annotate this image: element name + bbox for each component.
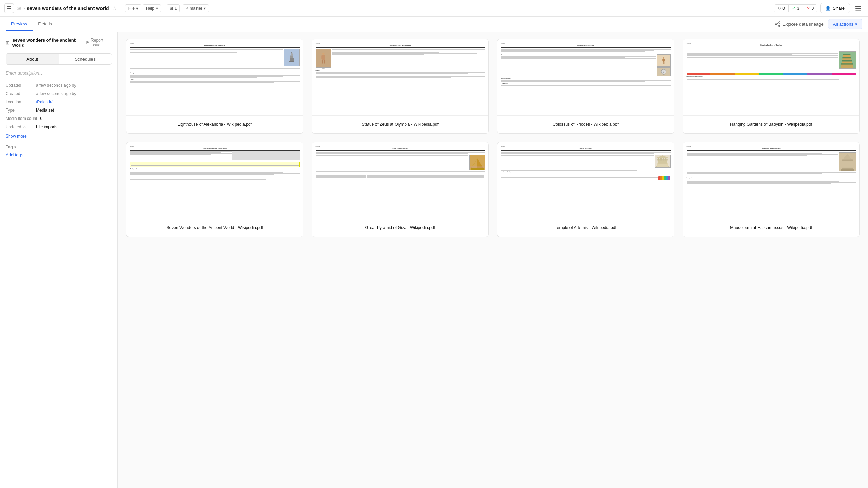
workspace-num: 1 xyxy=(175,6,177,11)
sidebar-dataset-icon: ⊞ xyxy=(6,40,10,45)
svg-rect-19 xyxy=(324,55,325,59)
file-menu[interactable]: File ▾ xyxy=(125,4,141,12)
about-schedules-tabs: About Schedules xyxy=(6,53,112,65)
card-thumb-hanging: Wikipedia Hanging Gardens of Babylon xyxy=(683,39,860,115)
svg-rect-26 xyxy=(663,62,663,64)
card-label-lighthouse: Lighthouse of Alexandria - Wikipedia.pdf xyxy=(126,115,303,133)
card-mausoleum[interactable]: Wikipedia Mausoleum at Halicarnassus xyxy=(683,142,860,237)
svg-rect-53 xyxy=(843,161,852,168)
card-label-mausoleum: Mausoleum at Halicarnassus - Wikipedia.p… xyxy=(683,219,860,237)
svg-rect-21 xyxy=(324,60,325,64)
card-colossus[interactable]: Wikipedia Colossus of Rhodes History xyxy=(497,39,674,134)
svg-rect-27 xyxy=(664,62,664,64)
breadcrumb-arrow: › xyxy=(23,6,25,11)
star-icon[interactable]: ☆ xyxy=(113,6,117,11)
all-actions-label: All actions xyxy=(833,21,853,27)
status-check[interactable]: ✓ 3 xyxy=(789,5,803,12)
content-area: Wikipedia Lighthouse of Alexandria xyxy=(118,32,868,488)
refresh-icon: ↻ xyxy=(778,6,781,11)
svg-rect-3 xyxy=(855,6,861,7)
card-zeus[interactable]: Wikipedia Statue of Zeus at Olympia xyxy=(312,39,489,134)
description-input[interactable]: Enter description… xyxy=(6,70,112,76)
show-more-button[interactable]: Show more xyxy=(6,134,112,139)
status-x[interactable]: ✕ 0 xyxy=(803,5,817,12)
card-lighthouse[interactable]: Wikipedia Lighthouse of Alexandria xyxy=(126,39,303,134)
meta-type: Type Media set xyxy=(6,106,112,114)
tab-details[interactable]: Details xyxy=(33,17,57,31)
branch-icon: ⑂ xyxy=(186,6,188,11)
explore-lineage-button[interactable]: Explore data lineage xyxy=(775,21,824,27)
svg-rect-55 xyxy=(841,169,854,171)
svg-rect-48 xyxy=(663,158,664,160)
svg-point-8 xyxy=(779,25,780,27)
tags-section: Tags Add tags xyxy=(6,144,112,157)
card-thumb-zeus: Wikipedia Statue of Zeus at Olympia xyxy=(312,39,489,115)
all-actions-chevron: ▾ xyxy=(855,21,857,27)
svg-rect-25 xyxy=(664,59,665,61)
svg-rect-46 xyxy=(658,158,659,160)
svg-rect-43 xyxy=(657,163,668,167)
workspace-icon: ⊞ xyxy=(170,6,173,11)
svg-rect-14 xyxy=(290,58,294,61)
svg-rect-54 xyxy=(842,168,852,169)
workspace-btn[interactable]: ⊞ 1 xyxy=(167,4,180,12)
about-tab[interactable]: About xyxy=(6,54,59,64)
branch-chevron: ▾ xyxy=(204,6,206,11)
sidebar-toggle[interactable] xyxy=(4,3,14,13)
schedules-tab[interactable]: Schedules xyxy=(59,54,112,64)
card-seven-wonders[interactable]: Wikipedia Seven Wonders of the Ancient W… xyxy=(126,142,303,237)
add-tags-button[interactable]: Add tags xyxy=(6,152,112,157)
meta-created: Created a few seconds ago by xyxy=(6,89,112,98)
location-link[interactable]: /Palantir/ xyxy=(36,99,52,104)
svg-rect-11 xyxy=(291,52,292,54)
status-refresh-count: 0 xyxy=(782,6,785,11)
svg-rect-35 xyxy=(842,60,852,61)
main-layout: ⊞ seven wonders of the ancient world ⚑ R… xyxy=(0,32,868,488)
report-issue-button[interactable]: ⚑ Report issue xyxy=(86,38,112,47)
help-menu[interactable]: Help ▾ xyxy=(143,4,161,12)
status-x-count: 0 xyxy=(812,6,814,11)
svg-rect-47 xyxy=(660,158,662,160)
svg-rect-15 xyxy=(289,61,294,62)
card-hanging[interactable]: Wikipedia Hanging Gardens of Babylon xyxy=(683,39,860,134)
check-icon: ✓ xyxy=(792,6,796,11)
svg-rect-49 xyxy=(665,158,666,160)
meta-media-count: Media item count 0 xyxy=(6,114,112,123)
card-thumb-artemis: Wikipedia Temple of Artemis xyxy=(497,142,674,219)
branch-name: master xyxy=(189,6,202,11)
sub-header: Preview Details Explore data lineage All… xyxy=(0,17,868,32)
card-label-hanging: Hanging Gardens of Babylon - Wikipedia.p… xyxy=(683,115,860,133)
tab-preview[interactable]: Preview xyxy=(6,17,33,31)
explore-lineage-label: Explore data lineage xyxy=(782,21,824,27)
card-pyramid[interactable]: Wikipedia Great Pyramid of Giza xyxy=(312,142,489,237)
media-grid: Wikipedia Lighthouse of Alexandria xyxy=(126,39,860,237)
svg-rect-20 xyxy=(322,60,323,64)
card-label-pyramid: Great Pyramid of Giza - Wikipedia.pdf xyxy=(312,219,489,237)
all-actions-button[interactable]: All actions ▾ xyxy=(828,19,862,29)
share-label: Share xyxy=(833,6,845,11)
app-menu-icon[interactable] xyxy=(853,3,864,14)
svg-rect-5 xyxy=(855,10,861,11)
share-button[interactable]: 👤 Share xyxy=(820,3,850,13)
help-chevron: ▾ xyxy=(156,6,158,11)
x-icon: ✕ xyxy=(807,6,810,11)
status-refresh[interactable]: ↻ 0 xyxy=(774,5,789,12)
status-bar: ↻ 0 ✓ 3 ✕ 0 xyxy=(774,4,817,12)
sidebar-title: seven wonders of the ancient world xyxy=(12,37,83,48)
svg-rect-44 xyxy=(658,160,667,164)
svg-text:⊙: ⊙ xyxy=(663,71,664,73)
card-label-zeus: Statue of Zeus at Olympia - Wikipedia.pd… xyxy=(312,115,489,133)
sub-header-right: Explore data lineage All actions ▾ xyxy=(775,19,862,29)
report-issue-icon: ⚑ xyxy=(86,40,89,45)
branch-btn[interactable]: ⑂ master ▾ xyxy=(183,4,209,12)
breadcrumb-email-icon: ✉ xyxy=(17,5,21,11)
card-artemis[interactable]: Wikipedia Temple of Artemis xyxy=(497,142,674,237)
card-thumb-colossus: Wikipedia Colossus of Rhodes History xyxy=(497,39,674,115)
svg-rect-36 xyxy=(842,57,851,58)
svg-rect-13 xyxy=(290,56,293,59)
top-bar-left: ✉ › seven wonders of the ancient world ☆… xyxy=(4,3,771,13)
svg-marker-51 xyxy=(843,154,852,159)
card-label-colossus: Colossus of Rhodes - Wikipedia.pdf xyxy=(497,115,674,133)
card-thumb-pyramid: Wikipedia Great Pyramid of Giza xyxy=(312,142,489,219)
svg-rect-4 xyxy=(855,8,861,9)
